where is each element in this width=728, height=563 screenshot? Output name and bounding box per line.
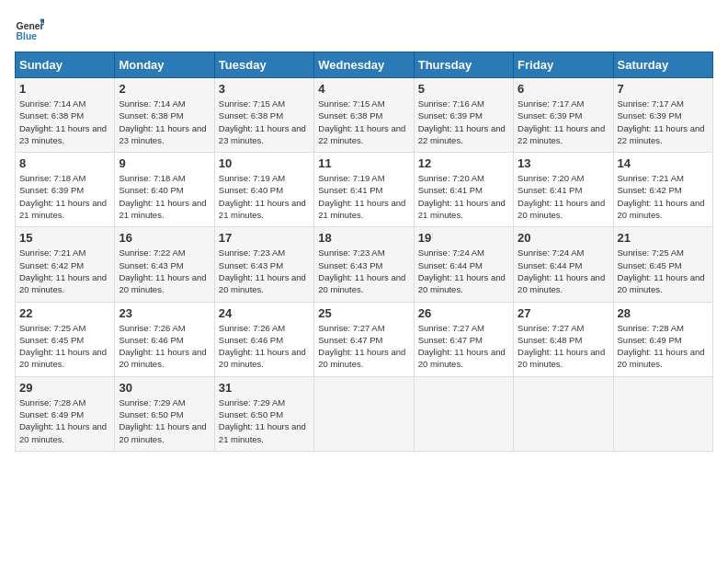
day-cell: 31Sunrise: 7:29 AM Sunset: 6:50 PM Dayli… (214, 376, 313, 451)
week-row-5: 29Sunrise: 7:28 AM Sunset: 6:49 PM Dayli… (16, 376, 713, 451)
day-number: 12 (418, 156, 509, 170)
day-cell: 27Sunrise: 7:27 AM Sunset: 6:48 PM Dayli… (514, 302, 613, 376)
day-cell: 26Sunrise: 7:27 AM Sunset: 6:47 PM Dayli… (414, 302, 513, 376)
day-cell: 17Sunrise: 7:23 AM Sunset: 6:43 PM Dayli… (214, 227, 313, 302)
day-number: 29 (19, 381, 110, 395)
day-cell: 24Sunrise: 7:26 AM Sunset: 6:46 PM Dayli… (214, 302, 313, 376)
svg-text:General: General (17, 21, 44, 31)
header-cell-wednesday: Wednesday (314, 52, 414, 78)
day-info: Sunrise: 7:21 AM Sunset: 6:42 PM Dayligh… (19, 247, 110, 295)
week-row-1: 1Sunrise: 7:14 AM Sunset: 6:38 PM Daylig… (16, 78, 713, 153)
day-info: Sunrise: 7:26 AM Sunset: 6:46 PM Dayligh… (219, 322, 310, 371)
day-info: Sunrise: 7:14 AM Sunset: 6:38 PM Dayligh… (19, 98, 110, 146)
day-info: Sunrise: 7:19 AM Sunset: 6:40 PM Dayligh… (219, 172, 310, 221)
day-number: 30 (119, 381, 210, 395)
day-cell: 20Sunrise: 7:24 AM Sunset: 6:44 PM Dayli… (514, 227, 613, 302)
day-number: 23 (119, 306, 210, 320)
day-number: 14 (618, 156, 709, 170)
day-info: Sunrise: 7:28 AM Sunset: 6:49 PM Dayligh… (618, 322, 709, 371)
day-number: 6 (518, 82, 609, 96)
day-info: Sunrise: 7:29 AM Sunset: 6:50 PM Dayligh… (219, 396, 310, 445)
day-cell: 1Sunrise: 7:14 AM Sunset: 6:38 PM Daylig… (16, 78, 115, 153)
day-number: 10 (219, 156, 310, 170)
day-number: 3 (219, 82, 310, 96)
day-number: 24 (219, 306, 310, 320)
day-cell: 6Sunrise: 7:17 AM Sunset: 6:39 PM Daylig… (514, 78, 613, 153)
day-number: 5 (418, 82, 509, 96)
day-cell: 5Sunrise: 7:16 AM Sunset: 6:39 PM Daylig… (414, 78, 513, 153)
day-number: 31 (219, 381, 310, 395)
calendar-header: SundayMondayTuesdayWednesdayThursdayFrid… (16, 52, 713, 78)
day-cell: 14Sunrise: 7:21 AM Sunset: 6:42 PM Dayli… (613, 153, 712, 227)
day-cell: 7Sunrise: 7:17 AM Sunset: 6:39 PM Daylig… (613, 78, 712, 153)
day-info: Sunrise: 7:17 AM Sunset: 6:39 PM Dayligh… (518, 98, 609, 146)
day-cell: 15Sunrise: 7:21 AM Sunset: 6:42 PM Dayli… (16, 227, 115, 302)
day-number: 7 (618, 82, 709, 96)
header-cell-sunday: Sunday (16, 52, 115, 78)
day-number: 16 (119, 231, 210, 245)
header-cell-tuesday: Tuesday (214, 52, 313, 78)
day-number: 18 (318, 231, 409, 245)
day-cell: 16Sunrise: 7:22 AM Sunset: 6:43 PM Dayli… (115, 227, 214, 302)
day-info: Sunrise: 7:18 AM Sunset: 6:39 PM Dayligh… (19, 172, 110, 221)
day-cell: 4Sunrise: 7:15 AM Sunset: 6:38 PM Daylig… (314, 78, 414, 153)
day-cell: 28Sunrise: 7:28 AM Sunset: 6:49 PM Dayli… (613, 302, 712, 376)
day-info: Sunrise: 7:29 AM Sunset: 6:50 PM Dayligh… (119, 396, 210, 445)
day-cell (514, 376, 613, 451)
day-info: Sunrise: 7:28 AM Sunset: 6:49 PM Dayligh… (19, 396, 110, 445)
day-cell: 3Sunrise: 7:15 AM Sunset: 6:38 PM Daylig… (214, 78, 313, 153)
day-info: Sunrise: 7:20 AM Sunset: 6:41 PM Dayligh… (418, 172, 509, 221)
day-info: Sunrise: 7:24 AM Sunset: 6:44 PM Dayligh… (418, 247, 509, 295)
day-cell: 23Sunrise: 7:26 AM Sunset: 6:46 PM Dayli… (115, 302, 214, 376)
day-cell: 22Sunrise: 7:25 AM Sunset: 6:45 PM Dayli… (16, 302, 115, 376)
day-cell: 21Sunrise: 7:25 AM Sunset: 6:45 PM Dayli… (613, 227, 712, 302)
day-number: 19 (418, 231, 509, 245)
day-cell: 10Sunrise: 7:19 AM Sunset: 6:40 PM Dayli… (214, 153, 313, 227)
day-cell: 18Sunrise: 7:23 AM Sunset: 6:43 PM Dayli… (314, 227, 414, 302)
calendar-body: 1Sunrise: 7:14 AM Sunset: 6:38 PM Daylig… (16, 78, 713, 452)
header-cell-friday: Friday (514, 52, 613, 78)
day-cell (314, 376, 414, 451)
day-number: 27 (518, 306, 609, 320)
day-info: Sunrise: 7:16 AM Sunset: 6:39 PM Dayligh… (418, 98, 509, 146)
day-info: Sunrise: 7:27 AM Sunset: 6:48 PM Dayligh… (518, 322, 609, 371)
day-number: 17 (219, 231, 310, 245)
day-number: 8 (19, 156, 110, 170)
day-info: Sunrise: 7:15 AM Sunset: 6:38 PM Dayligh… (219, 98, 310, 146)
day-number: 11 (318, 156, 409, 170)
header-cell-monday: Monday (115, 52, 214, 78)
day-number: 9 (119, 156, 210, 170)
day-info: Sunrise: 7:26 AM Sunset: 6:46 PM Dayligh… (119, 322, 210, 371)
logo-icon: General Blue (15, 15, 44, 44)
day-number: 13 (518, 156, 609, 170)
day-info: Sunrise: 7:14 AM Sunset: 6:38 PM Dayligh… (119, 98, 210, 146)
day-info: Sunrise: 7:17 AM Sunset: 6:39 PM Dayligh… (618, 98, 709, 146)
day-info: Sunrise: 7:22 AM Sunset: 6:43 PM Dayligh… (119, 247, 210, 295)
day-info: Sunrise: 7:27 AM Sunset: 6:47 PM Dayligh… (318, 322, 409, 371)
day-number: 21 (618, 231, 709, 245)
day-info: Sunrise: 7:15 AM Sunset: 6:38 PM Dayligh… (318, 98, 409, 146)
day-info: Sunrise: 7:21 AM Sunset: 6:42 PM Dayligh… (618, 172, 709, 221)
week-row-2: 8Sunrise: 7:18 AM Sunset: 6:39 PM Daylig… (16, 153, 713, 227)
day-info: Sunrise: 7:19 AM Sunset: 6:41 PM Dayligh… (318, 172, 409, 221)
day-info: Sunrise: 7:25 AM Sunset: 6:45 PM Dayligh… (618, 247, 709, 295)
day-cell: 2Sunrise: 7:14 AM Sunset: 6:38 PM Daylig… (115, 78, 214, 153)
day-info: Sunrise: 7:25 AM Sunset: 6:45 PM Dayligh… (19, 322, 110, 371)
header-cell-thursday: Thursday (414, 52, 513, 78)
day-number: 4 (318, 82, 409, 96)
day-number: 22 (19, 306, 110, 320)
day-info: Sunrise: 7:23 AM Sunset: 6:43 PM Dayligh… (219, 247, 310, 295)
day-cell: 8Sunrise: 7:18 AM Sunset: 6:39 PM Daylig… (16, 153, 115, 227)
day-info: Sunrise: 7:18 AM Sunset: 6:40 PM Dayligh… (119, 172, 210, 221)
day-cell: 19Sunrise: 7:24 AM Sunset: 6:44 PM Dayli… (414, 227, 513, 302)
day-cell: 30Sunrise: 7:29 AM Sunset: 6:50 PM Dayli… (115, 376, 214, 451)
week-row-3: 15Sunrise: 7:21 AM Sunset: 6:42 PM Dayli… (16, 227, 713, 302)
logo: General Blue (15, 15, 48, 44)
day-cell: 11Sunrise: 7:19 AM Sunset: 6:41 PM Dayli… (314, 153, 414, 227)
day-number: 15 (19, 231, 110, 245)
day-number: 25 (318, 306, 409, 320)
week-row-4: 22Sunrise: 7:25 AM Sunset: 6:45 PM Dayli… (16, 302, 713, 376)
day-number: 1 (19, 82, 110, 96)
day-number: 28 (618, 306, 709, 320)
day-cell: 9Sunrise: 7:18 AM Sunset: 6:40 PM Daylig… (115, 153, 214, 227)
